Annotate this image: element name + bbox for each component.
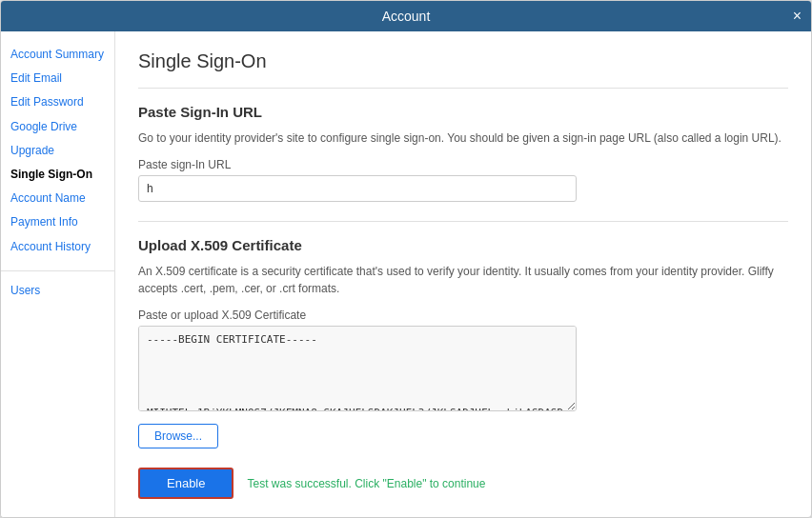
paste-signin-url-label: Paste sign-In URL [138,158,788,171]
account-modal: Account × Account Summary Edit Email Edi… [0,0,812,518]
sidebar-group-users: Users [1,279,114,303]
certificate-textarea[interactable]: -----BEGIN CERTIFICATE----- MIIHTELp1BjY… [138,326,577,411]
sidebar-item-upgrade[interactable]: Upgrade [1,139,114,163]
modal-title: Account [382,9,431,24]
paste-signin-desc: Go to your identity provider's site to c… [138,130,788,147]
success-message: Test was successful. Click "Enable" to c… [247,477,485,490]
sidebar-item-account-name[interactable]: Account Name [1,187,114,210]
sidebar-divider [1,270,114,271]
certificate-field-label: Paste or upload X.509 Certificate [138,309,788,322]
modal-header: Account × [1,1,811,31]
paste-signin-url-input[interactable] [138,175,577,202]
sidebar-item-edit-password[interactable]: Edit Password [1,90,114,114]
sidebar-item-account-history[interactable]: Account History [1,235,114,259]
sidebar-item-payment-info[interactable]: Payment Info [1,210,114,234]
enable-button[interactable]: Enable [138,468,233,499]
paste-signin-title: Paste Sign-In URL [138,104,788,120]
upload-certificate-desc: An X.509 certificate is a security certi… [138,263,788,297]
sidebar-item-single-sign-on[interactable]: Single Sign-On [1,163,114,187]
browse-button[interactable]: Browse... [138,424,218,448]
sidebar-group-main: Account Summary Edit Email Edit Password… [1,43,114,259]
sidebar-item-google-drive[interactable]: Google Drive [1,115,114,139]
sidebar-item-users[interactable]: Users [1,279,114,303]
main-content: Single Sign-On Paste Sign-In URL Go to y… [115,31,811,517]
sidebar-item-account-summary[interactable]: Account Summary [1,43,114,67]
upload-certificate-section: Upload X.509 Certificate An X.509 certif… [138,221,788,448]
sidebar: Account Summary Edit Email Edit Password… [1,31,115,517]
sidebar-item-edit-email[interactable]: Edit Email [1,67,114,90]
modal-body: Account Summary Edit Email Edit Password… [1,31,811,517]
action-row: Enable Test was successful. Click "Enabl… [138,468,788,499]
close-button[interactable]: × [793,9,802,24]
upload-certificate-title: Upload X.509 Certificate [138,237,788,253]
paste-signin-section: Paste Sign-In URL Go to your identity pr… [138,88,788,202]
page-title: Single Sign-On [138,50,788,72]
